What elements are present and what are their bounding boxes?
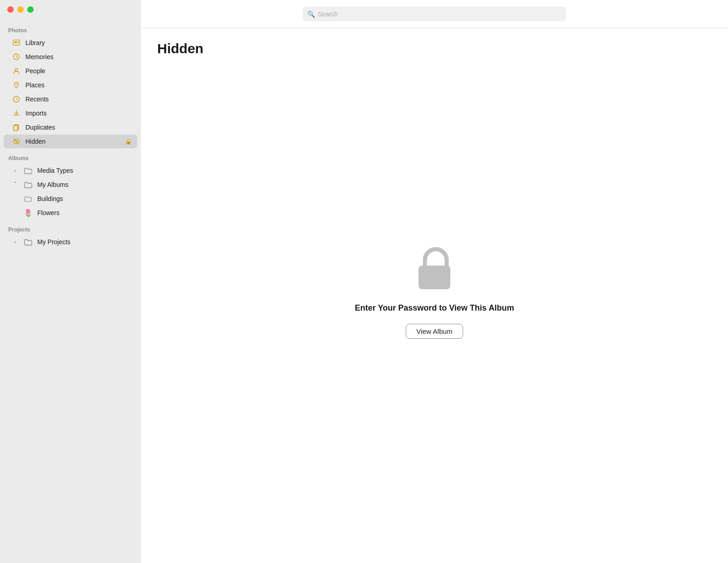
people-icon [12,66,21,75]
my-projects-chevron: › [12,239,18,245]
page-title-area: Hidden [141,28,220,56]
sidebar-item-flowers[interactable]: 🌷 Flowers [4,206,137,220]
search-icon: 🔍 [307,10,315,18]
my-albums-label: My Albums [37,181,132,188]
imports-icon [12,109,21,118]
sidebar-item-recents[interactable]: Recents [4,92,137,106]
hidden-label: Hidden [25,138,120,145]
flowers-thumbnail: 🌷 [24,208,33,217]
imports-label: Imports [25,110,132,117]
search-bar[interactable]: 🔍 [303,7,566,21]
projects-section-label: Projects [0,220,141,235]
maximize-button[interactable] [27,6,34,13]
sidebar-item-media-types[interactable]: › Media Types [4,164,137,177]
sidebar-item-places[interactable]: Places [4,78,137,92]
view-album-button[interactable]: View Album [406,324,463,339]
sidebar: Photos Library Memories [0,0,141,563]
close-button[interactable] [7,6,14,13]
sidebar-item-buildings[interactable]: Buildings [4,192,137,206]
media-types-folder-icon [24,166,33,175]
buildings-folder-icon [24,194,33,203]
sidebar-item-people[interactable]: People [4,64,137,78]
search-input[interactable] [318,10,562,18]
sidebar-item-my-albums[interactable]: › My Albums [4,178,137,191]
recents-label: Recents [25,96,132,103]
svg-rect-1 [15,41,17,43]
locked-message: Enter Your Password to View This Album [355,303,514,313]
sidebar-item-duplicates[interactable]: Duplicates [4,121,137,134]
hidden-icon [12,137,21,146]
media-types-label: Media Types [37,167,132,174]
memories-label: Memories [25,53,132,60]
locked-content: Enter Your Password to View This Album V… [141,56,728,563]
duplicates-label: Duplicates [25,124,132,131]
flowers-label: Flowers [37,209,132,216]
media-types-chevron: › [12,167,18,174]
svg-point-5 [16,84,17,85]
lock-graphic [414,245,455,292]
my-projects-label: My Projects [37,238,132,246]
sidebar-content: Photos Library Memories [0,17,141,563]
svg-rect-12 [419,266,450,289]
library-icon [12,38,21,47]
traffic-lights [0,0,141,17]
main-content: 🔍 Hidden Enter Your Password to View Thi… [141,0,728,563]
albums-section-label: Albums [0,149,141,163]
places-label: Places [25,81,132,89]
hidden-lock-icon: 🔒 [125,138,132,145]
sidebar-item-hidden[interactable]: Hidden 🔒 [4,135,137,148]
photos-section-label: Photos [0,21,141,35]
sidebar-item-memories[interactable]: Memories [4,50,137,64]
svg-rect-8 [14,126,18,131]
my-projects-folder-icon [24,237,33,246]
people-label: People [25,67,132,75]
duplicates-icon [12,123,21,132]
my-albums-chevron: › [12,181,18,188]
my-albums-folder-icon [24,180,33,189]
places-icon [12,80,21,90]
page-body: Hidden Enter Your Password to View This … [141,28,728,563]
memories-icon [12,52,21,61]
buildings-label: Buildings [37,195,132,202]
svg-point-2 [18,42,19,43]
recents-icon [12,95,21,104]
library-label: Library [25,39,132,46]
svg-point-4 [15,69,18,71]
sidebar-item-library[interactable]: Library [4,36,137,50]
toolbar: 🔍 [141,0,728,28]
page-title: Hidden [157,41,204,56]
sidebar-item-imports[interactable]: Imports [4,106,137,120]
sidebar-item-my-projects[interactable]: › My Projects [4,235,137,249]
minimize-button[interactable] [17,6,24,13]
